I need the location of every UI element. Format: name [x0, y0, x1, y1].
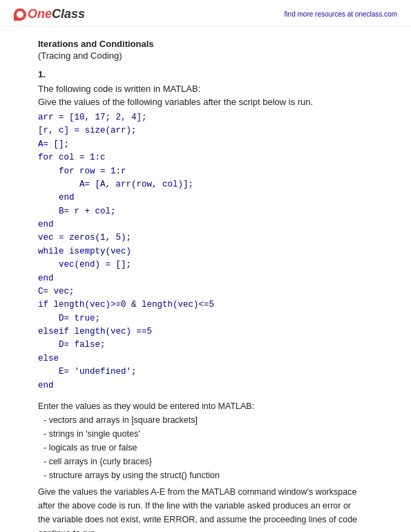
header-logo: OneClass — [14, 7, 85, 21]
section-title: Iterations and Conditionals — [38, 39, 383, 49]
instructions-outro: Give the values the variables A-E from t… — [38, 485, 383, 532]
instruction-item: structure arrays by using the struct() f… — [44, 468, 383, 482]
instruction-item: strings in 'single quotes' — [44, 427, 383, 441]
instructions-outro1: Give the values the variables A-E from t… — [38, 487, 356, 497]
logo-icon — [14, 8, 26, 21]
instruction-item: cell arrays in {curly braces} — [44, 455, 383, 468]
instructions-list: vectors and arrays in [square brackets] … — [38, 413, 383, 482]
section-subtitle: (Tracing and Coding) — [38, 50, 383, 61]
instructions-outro3: the variable does not exist, write ERROR… — [38, 515, 357, 524]
instructions-outro4: continue to run. — [38, 529, 97, 532]
question-number: 1. — [38, 69, 383, 79]
instruction-item: logicals as true or false — [44, 441, 383, 455]
main-content: Iterations and Conditionals (Tracing and… — [0, 26, 411, 532]
header: OneClass find more resources at oneclass… — [0, 0, 411, 26]
description-line1: The following code is written in MATLAB: — [38, 84, 383, 94]
logo-class: Class — [52, 7, 85, 21]
header-link[interactable]: find more resources at oneclass.com — [285, 10, 397, 18]
instructions-intro: Enter the values as they would be entere… — [38, 399, 383, 482]
instruction-item: vectors and arrays in [square brackets] — [44, 413, 383, 427]
description-line2: Give the values of the following variabl… — [38, 97, 383, 107]
code-block: arr = [10, 17; 2, 4]; [r, c] = size(arr)… — [38, 111, 383, 392]
logo-one: One — [28, 7, 52, 21]
instructions-outro2: after the above code is run. If the line… — [38, 501, 351, 511]
